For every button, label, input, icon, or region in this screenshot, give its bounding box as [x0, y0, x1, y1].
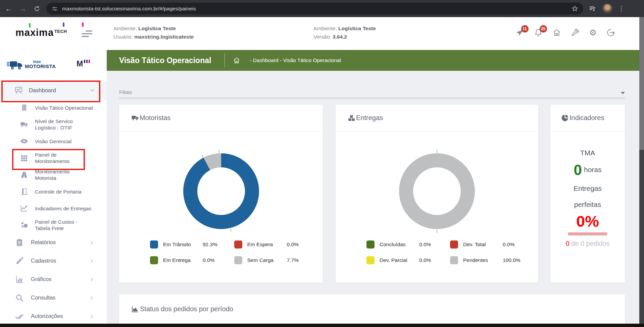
- settings-gear-icon[interactable]: ⚙: [589, 28, 597, 37]
- legend-item[interactable]: Em Entrega0.0%: [150, 256, 226, 264]
- breadcrumb-home-icon[interactable]: [233, 57, 240, 64]
- url-text[interactable]: maxmotorista-tst.solucoesmaxima.com.br/#…: [62, 6, 196, 12]
- legend-item[interactable]: Pendentes100.0%: [450, 256, 525, 264]
- sidebar-item-visao-tatico-operacional[interactable]: Visão Tático Operacional: [0, 99, 107, 116]
- legend-value: 100.0%: [503, 257, 521, 263]
- sidebar-item-label: Visão Tático Operacional: [35, 105, 93, 111]
- browser-chrome: ← → maxmotorista-tst.solucoesmaxima.com.…: [0, 0, 644, 17]
- donut-tick: [201, 155, 203, 158]
- chevron-right-icon: [90, 259, 94, 263]
- sidebar: max MOTORISTA M Dashboard Visão Tático O…: [0, 50, 107, 324]
- legend-label: Dev. Parcial: [380, 257, 419, 263]
- sidebar-item-indicadores-de-entregas[interactable]: Indicadores de Entregas: [0, 200, 107, 217]
- entregas-perfeitas-line2: perfeitas: [550, 201, 625, 209]
- site-settings-icon[interactable]: [52, 6, 58, 12]
- indicadores-de-entregas-icon: [20, 204, 28, 212]
- environment-info-left: Ambiente: Logística Teste Usuário: maxst…: [113, 24, 194, 41]
- legend-value: 0.0%: [287, 241, 299, 248]
- legend-label: Em Trânsito: [163, 241, 203, 248]
- scrollbar-track[interactable]: [639, 17, 644, 324]
- browser-menu-icon[interactable]: ⋮: [618, 5, 624, 12]
- legend-item[interactable]: Em Trânsito92.3%: [150, 240, 226, 249]
- max-motorista-wordmark: max MOTORISTA: [25, 59, 56, 69]
- nivel-servico-otif-icon: [20, 120, 28, 128]
- sidebar-item-nivel-servico-otif[interactable]: Nível de Servico Logístico - OTIF: [0, 116, 107, 133]
- app-header: maximaTECH Ambiente: Logística Teste Usu…: [0, 17, 644, 50]
- browser-nav: ← →: [5, 5, 41, 13]
- donut-tick: [218, 150, 219, 153]
- sidebar-section-graficos[interactable]: Gráficos: [0, 270, 107, 288]
- area-chart-icon: [131, 305, 139, 313]
- logo-word: maxima: [15, 27, 54, 38]
- media-controls-icon[interactable]: [589, 5, 597, 13]
- chevron-right-icon: [90, 314, 94, 318]
- sidebar-submenu: Visão Tático OperacionalNível de Servico…: [0, 99, 107, 233]
- indicadores-card: Indicadores TMA 0horas Entregas perfeita…: [550, 105, 625, 283]
- filiais-select[interactable]: Filiais: [119, 86, 625, 98]
- legend-label: Em Entrega: [163, 257, 203, 263]
- legend-label: Sem Carga: [247, 257, 287, 263]
- sidebar-toggle-hamburger-icon[interactable]: [82, 31, 92, 37]
- legend-swatch: [150, 240, 158, 249]
- legend-item[interactable]: Dev. Parcial0.0%: [366, 256, 441, 264]
- sidebar-item-label: Painel de Custos - Tabela Frete: [35, 219, 78, 231]
- graficos-icon: [15, 275, 24, 284]
- notifications-badge: 25: [540, 25, 547, 33]
- max-motorista-truck-icon: [7, 60, 23, 71]
- legend-label: Dev. Total: [463, 241, 503, 248]
- sidebar-item-label: Nível de Servico Logístico - OTIF: [35, 118, 73, 131]
- back-icon[interactable]: ←: [5, 5, 13, 13]
- home-icon[interactable]: [552, 28, 561, 37]
- indicadores-body: TMA 0horas Entregas perfeitas 0% 0 de 0 …: [550, 131, 625, 248]
- logout-icon[interactable]: [606, 28, 615, 37]
- legend-item[interactable]: Dev. Total0.0%: [450, 240, 525, 249]
- donut-tick: [437, 230, 437, 233]
- browser-profile-avatar[interactable]: [602, 4, 612, 14]
- main-content: Filiais Motoristas Em Trânsito92.3%Em Es…: [107, 71, 639, 324]
- entregas-perfeitas-line1: Entregas: [550, 184, 625, 193]
- sidebar-section-consultas[interactable]: Consultas: [0, 288, 107, 307]
- forward-icon[interactable]: →: [19, 5, 27, 13]
- sidebar-section-cadastros[interactable]: Cadastros: [0, 252, 107, 270]
- sidebar-item-controle-de-portaria[interactable]: Controle de Portaria: [0, 183, 107, 200]
- tma-value: 0horas: [550, 162, 625, 178]
- notifications-bell-icon[interactable]: 25: [534, 28, 543, 37]
- page-titlebar: Visão Tático Operacional - Dashboard - V…: [107, 50, 639, 71]
- legend-item[interactable]: Em Espera0.0%: [234, 240, 310, 249]
- legend-swatch: [234, 256, 242, 264]
- sidebar-section-relatorios[interactable]: Relatórios: [0, 233, 107, 252]
- status-pedidos-title: Status dos pedidos por período: [140, 305, 233, 313]
- sidebar-item-visao-gerencial[interactable]: Visão Gerencial: [0, 133, 107, 150]
- legend-swatch: [366, 256, 375, 264]
- sidebar-item-label: Controle de Portaria: [35, 188, 82, 195]
- sidebar-item-painel-custos-tabela-frete[interactable]: Painel de Custos - Tabela Frete: [0, 217, 107, 233]
- cadastros-icon: [15, 257, 24, 265]
- visao-tatico-operacional-icon: [20, 104, 28, 112]
- percent-underline-bar: [568, 232, 607, 235]
- perfect-deliveries-percent: 0%: [550, 213, 625, 230]
- url-bar[interactable]: maxmotorista-tst.solucoesmaxima.com.br/#…: [46, 3, 583, 14]
- bookmark-star-icon[interactable]: [571, 5, 579, 12]
- reload-icon[interactable]: [33, 5, 41, 13]
- entregas-donut-chart: [399, 153, 475, 229]
- boxes-icon: [348, 114, 355, 122]
- entregas-card: Entregas Concluídas0.0%Dev. Total0.0%Dev…: [336, 105, 538, 283]
- titlebar-divider: [225, 53, 225, 67]
- painel-custos-tabela-frete-icon: [20, 221, 28, 229]
- status-pedidos-card: Status dos pedidos por período: [119, 294, 625, 324]
- legend-swatch: [150, 256, 158, 264]
- sidebar-item-dashboard[interactable]: Dashboard: [0, 81, 107, 100]
- dashboard-chart-easel-icon: [14, 86, 23, 95]
- sidebar-section-autorizacoes[interactable]: Autorizações: [0, 307, 107, 325]
- announcements-icon[interactable]: 11: [515, 28, 524, 37]
- legend-item[interactable]: Sem Carga7.7%: [234, 256, 310, 264]
- legend-label: Em Espera: [247, 241, 287, 248]
- caret-down-icon: [621, 92, 625, 94]
- sidebar-section-label: Cadastros: [31, 258, 56, 264]
- legend-item[interactable]: Concluídas0.0%: [366, 240, 441, 249]
- sidebar-item-monitoramento-motorista[interactable]: Monitoramento Motorista: [0, 166, 107, 183]
- sidebar-item-label: Indicadores de Entregas: [35, 205, 91, 212]
- sidebar-item-painel-de-monitoramento[interactable]: Painel de Monitoramento: [0, 150, 107, 166]
- scrollbar-thumb[interactable]: [639, 17, 644, 150]
- tools-wrench-icon[interactable]: [571, 28, 580, 37]
